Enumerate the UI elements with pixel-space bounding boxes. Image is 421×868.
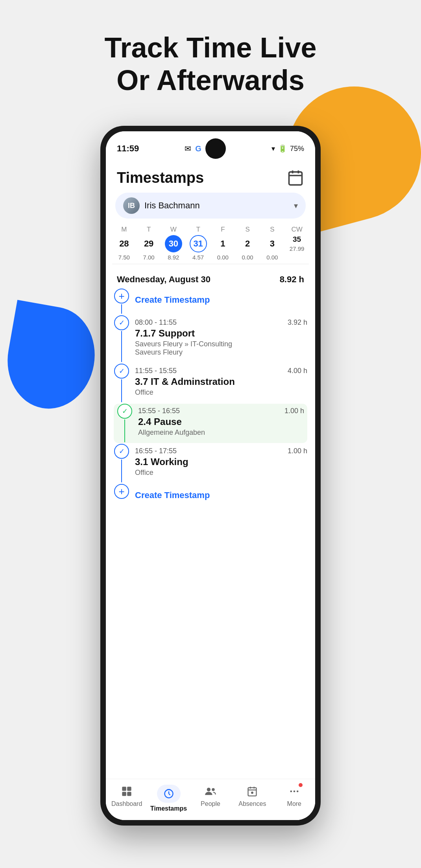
day-col-6[interactable]: S30.00 [260,226,284,261]
date-label: Wednesday, August 30 [117,274,210,285]
day-label-1: T [147,226,151,234]
timestamp-entry-4[interactable]: ✓ 16:55 - 17:55 1.00 h 3.1 Working Offic… [114,444,307,483]
dot-2: ✓ [114,364,129,379]
day-hours-6: 0.00 [266,254,278,261]
week-days-grid: M287.50T297.00W308.92T314.57F10.00S20.00… [112,226,309,261]
wifi-icon: ▾ [271,144,275,153]
nav-item-dashboard[interactable]: Dashboard [106,785,148,812]
entry-1-content: 08:00 - 11:55 3.92 h 7.1.7 Support Saveu… [135,315,307,363]
app-header: Timestamps [106,162,315,190]
plus-icon-top: + [114,289,129,303]
nav-item-more[interactable]: More [273,785,315,812]
day-label-2: W [170,226,177,234]
create-btn-bottom[interactable]: Create Timestamp [135,487,307,504]
day-label-0: M [121,226,127,234]
absences-icon [246,785,259,798]
svg-point-13 [212,788,214,791]
dot-3: ✓ [117,404,132,419]
entry-2-time: 11:55 - 15:55 [135,367,177,375]
day-number-5: 2 [239,235,256,252]
status-bar: 11:59 ✉ G ▾ 🔋 75% [106,131,315,162]
check-icon-4: ✓ [119,447,125,456]
dropdown-arrow-icon: ▾ [294,201,298,210]
entry-3-sub1: Allgemeine Aufgaben [138,428,304,437]
timestamp-entry-3[interactable]: ✓ 15:55 - 16:55 1.00 h 2.4 Pause Allgeme… [114,404,307,443]
dot-1: ✓ [114,315,129,330]
entry-3-time: 15:55 - 16:55 [138,407,180,415]
create-bottom-content: Create Timestamp [135,484,307,510]
entry-3-content: 15:55 - 16:55 1.00 h 2.4 Pause Allgemein… [138,404,304,443]
entry-4-content: 16:55 - 17:55 1.00 h 3.1 Working Office [135,444,307,483]
entry-3-duration: 1.00 h [284,407,304,415]
user-avatar: IB [123,197,140,214]
check-icon-3: ✓ [122,407,128,416]
more-icon [288,785,301,798]
day-col-7[interactable]: CW3527.99 [285,226,309,261]
svg-point-21 [297,791,299,793]
battery-percent: 75% [290,145,304,153]
week-calendar: M287.50T297.00W308.92T314.57F10.00S20.00… [106,224,315,270]
day-number-3: 31 [190,235,207,252]
svg-line-10 [169,794,170,795]
dashboard-icon [120,785,133,798]
day-label-3: T [196,226,200,234]
day-col-0[interactable]: M287.50 [112,226,136,261]
nav-label-timestamps: Timestamps [150,805,187,812]
hero-title: Track Time Live Or Afterwards [0,31,421,97]
day-number-1: 29 [140,235,157,252]
nav-label-more: More [287,800,301,807]
day-col-4[interactable]: F10.00 [211,226,235,261]
calendar-icon[interactable] [287,169,304,186]
entry-2-content: 11:55 - 15:55 4.00 h 3.7 IT & Adminstrat… [135,364,307,403]
user-name: Iris Bachmann [144,200,289,211]
day-col-2[interactable]: W308.92 [162,226,186,261]
day-label-5: S [245,226,249,234]
connector-1 [121,331,122,362]
date-header: Wednesday, August 30 8.92 h [106,270,315,289]
create-timestamp-bottom[interactable]: + Create Timestamp [114,484,307,510]
day-col-5[interactable]: S20.00 [236,226,260,261]
nav-label-people: People [201,800,220,807]
entry-4-time: 16:55 - 17:55 [135,447,177,455]
day-hours-1: 7.00 [143,254,155,261]
svg-point-19 [290,791,292,793]
entry-1-time: 08:00 - 11:55 [135,318,177,327]
day-hours-0: 7.50 [118,254,130,261]
mail-icon: ✉ [185,144,191,153]
nav-item-people[interactable]: People [190,785,231,812]
dot-4: ✓ [114,444,129,459]
create-timestamp-top[interactable]: + Create Timestamp [114,289,307,314]
timestamp-entry-1[interactable]: ✓ 08:00 - 11:55 3.92 h 7.1.7 Support Sav… [114,315,307,363]
create-btn-top[interactable]: Create Timestamp [135,292,307,308]
entry-4-duration: 1.00 h [288,447,307,455]
connector-4 [121,460,122,482]
check-icon-2: ✓ [119,367,125,375]
day-col-3[interactable]: T314.57 [186,226,210,261]
nav-item-absences[interactable]: Absences [231,785,273,812]
day-number-2: 30 [165,235,182,252]
app-content: Timestamps IB Iris Bachmann ▾ [106,162,315,820]
phone-frame: 11:59 ✉ G ▾ 🔋 75% Timestamps [100,126,321,826]
status-time: 11:59 [117,143,139,154]
day-col-1[interactable]: T297.00 [137,226,161,261]
check-icon-1: ✓ [119,318,125,327]
entry-2-duration: 4.00 h [288,367,307,375]
entry-2-title: 3.7 IT & Adminstration [135,376,307,387]
svg-rect-7 [127,792,131,796]
day-number-7: 35 [293,235,301,244]
phone-screen: 11:59 ✉ G ▾ 🔋 75% Timestamps [106,131,315,820]
day-hours-3: 4.57 [192,254,204,261]
entry-1-duration: 3.92 h [288,318,307,327]
battery-icon: 🔋 [278,144,287,153]
nav-label-dashboard: Dashboard [111,800,142,807]
user-selector[interactable]: IB Iris Bachmann ▾ [115,193,306,219]
day-hours-2: 8.92 [168,254,179,261]
app-title: Timestamps [117,169,204,186]
timestamps-icon [157,785,181,803]
day-number-6: 3 [264,235,281,252]
timestamp-entry-2[interactable]: ✓ 11:55 - 15:55 4.00 h 3.7 IT & Adminstr… [114,364,307,403]
connector-2 [121,379,122,402]
day-label-6: S [270,226,274,234]
nav-item-timestamps[interactable]: Timestamps [148,785,189,812]
calendar-divider [112,264,309,264]
